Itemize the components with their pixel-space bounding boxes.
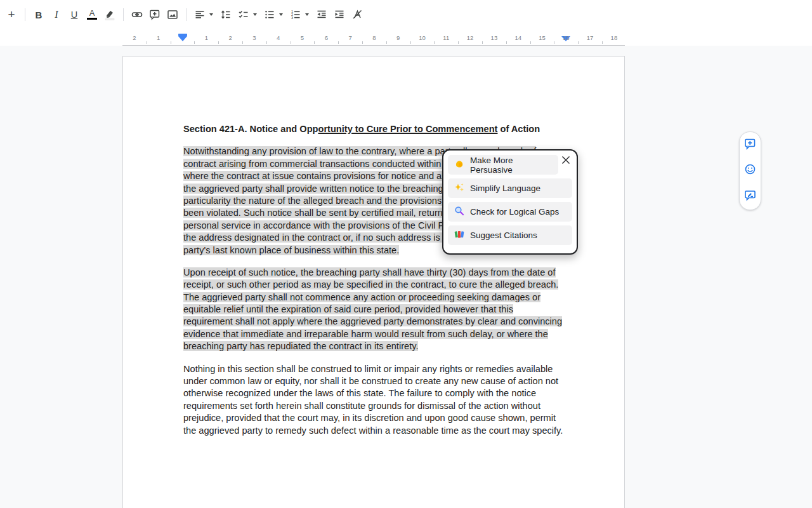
menu-item-label: Suggest Citations	[470, 231, 537, 240]
ruler-tick	[194, 41, 195, 44]
ruler-number: 11	[443, 34, 449, 41]
left-indent-marker[interactable]	[178, 36, 187, 41]
sparkles-icon	[454, 182, 464, 194]
paragraph-2: Upon receipt of such notice, the breachi…	[183, 267, 572, 353]
heading-segment-underlined: ortunity to Cure Prior to Commencement	[318, 124, 497, 134]
text-line: otherwise recognized under the laws of t…	[183, 387, 572, 399]
bold-button[interactable]: B	[30, 6, 48, 23]
comment-add-icon	[149, 9, 160, 20]
align-left-icon	[191, 6, 209, 23]
ruler-tick	[147, 41, 147, 44]
menu-item-label: Check for Logical Gaps	[470, 207, 559, 217]
add-comment-button[interactable]	[146, 6, 164, 23]
chevron-down-icon	[253, 13, 257, 16]
ruler: 21123456789101112131415161718	[0, 32, 812, 46]
add-comment-button-side[interactable]	[742, 137, 759, 153]
simplify-language-button[interactable]: Simplify Language	[448, 178, 572, 198]
ruler-tick	[386, 41, 387, 44]
insert-link-button[interactable]	[128, 6, 146, 23]
toolbar-divider	[186, 8, 187, 21]
ruler-number: 13	[491, 34, 498, 41]
insert-image-button[interactable]	[164, 6, 181, 23]
menu-item-label: Simplify Language	[470, 184, 540, 193]
ruler-number: 5	[301, 34, 304, 41]
text-color-button[interactable]: A	[83, 6, 101, 23]
numbered-list-icon: 1 2 3	[287, 6, 304, 23]
ruler-number: 12	[467, 34, 474, 41]
clear-formatting-icon	[351, 9, 363, 20]
insert-button[interactable]: +	[3, 6, 20, 23]
text-line: requirement shall not apply where the ag…	[183, 316, 572, 328]
ruler-number: 3	[252, 34, 256, 41]
emoji-icon	[744, 163, 756, 178]
close-popup-button[interactable]	[559, 154, 573, 168]
highlighter-icon	[104, 9, 115, 20]
ruler-tick	[578, 41, 579, 44]
increase-indent-icon	[334, 9, 345, 20]
ruler-tick	[530, 41, 531, 44]
image-icon	[167, 9, 178, 20]
section-heading: Section 421-A. Notice and Opportunity to…	[183, 123, 572, 135]
increase-indent-button[interactable]	[331, 6, 348, 23]
first-line-indent-marker[interactable]	[178, 34, 187, 36]
document-canvas: Section 421-A. Notice and Opportunity to…	[0, 46, 812, 508]
text-line: receipt, or such other period as may be …	[183, 279, 572, 291]
ai-suggestions-popup: Make More Persuasive Simplify Language	[442, 149, 578, 255]
underline-button[interactable]: U	[65, 6, 83, 23]
ruler-number: 8	[372, 34, 376, 41]
ruler-number: 15	[539, 34, 546, 41]
text-line: prejudice, provided that the court may, …	[183, 412, 572, 424]
ruler-tick	[434, 41, 435, 44]
text-line: Upon receipt of such notice, the breachi…	[183, 267, 572, 279]
chevron-down-icon	[305, 13, 309, 16]
ruler-number: 4	[277, 34, 280, 41]
ruler-tick	[506, 41, 507, 44]
text-line: breaching party has repudiated the contr…	[183, 340, 572, 352]
side-action-toolbar	[739, 131, 761, 210]
ruler-number: 2	[133, 34, 136, 41]
make-more-persuasive-button[interactable]: Make More Persuasive	[448, 155, 558, 175]
line-spacing-button[interactable]	[217, 6, 235, 23]
text-line: equitable relief until the expiration of…	[183, 304, 572, 316]
ruler-number: 9	[396, 34, 400, 41]
text-line: evidence that immediate and irreparable …	[183, 328, 572, 340]
ruler-number: 2	[228, 34, 232, 41]
ruler-scale[interactable]: 21123456789101112131415161718	[122, 32, 625, 46]
emoji-reaction-button[interactable]	[742, 163, 759, 179]
text-line: Nothing in this section shall be constru…	[183, 363, 572, 375]
ruler-number: 14	[514, 34, 521, 41]
numbered-list-button-group[interactable]: 1 2 3	[287, 6, 311, 23]
ruler-tick	[242, 41, 243, 44]
ruler-number: 16	[563, 34, 570, 41]
text-color-swatch	[87, 18, 97, 20]
bulleted-list-icon	[261, 6, 278, 23]
comment-add-icon	[744, 138, 756, 152]
ruler-tick	[554, 41, 554, 44]
checklist-button-group[interactable]	[235, 6, 259, 23]
formatting-toolbar: + B I U A	[0, 0, 812, 29]
ruler-tick	[266, 41, 267, 44]
chevron-down-icon	[209, 13, 213, 16]
ruler-tick	[362, 41, 363, 44]
decrease-indent-button[interactable]	[313, 6, 331, 23]
check-logical-gaps-button[interactable]: Check for Logical Gaps	[448, 202, 572, 222]
text-line: under common law or equity, nor shall it…	[183, 375, 572, 387]
highlight-color-button[interactable]	[101, 6, 119, 23]
suggest-citations-button[interactable]: Suggest Citations	[448, 225, 572, 245]
toolbar-divider	[123, 8, 124, 21]
align-button-group[interactable]	[191, 6, 216, 23]
text-line: the aggrieved party to remedy such defec…	[183, 425, 572, 437]
ruler-tick	[314, 41, 315, 44]
heading-segment: Section 421-A. Notice and Opp	[183, 124, 318, 134]
document-page[interactable]: Section 421-A. Notice and Opportunity to…	[122, 56, 625, 508]
ruler-number: 1	[157, 34, 160, 41]
italic-button[interactable]: I	[48, 6, 65, 23]
suggest-edit-button[interactable]	[742, 189, 759, 205]
text-line: The aggrieved party shall not commence a…	[183, 291, 572, 304]
clear-formatting-button[interactable]	[348, 6, 366, 23]
pen-comment-icon	[744, 189, 756, 204]
menu-item-label: Make More Persuasive	[470, 156, 552, 175]
ruler-number: 18	[611, 34, 618, 41]
bulleted-list-button-group[interactable]	[261, 6, 285, 23]
chevron-down-icon	[279, 13, 283, 16]
